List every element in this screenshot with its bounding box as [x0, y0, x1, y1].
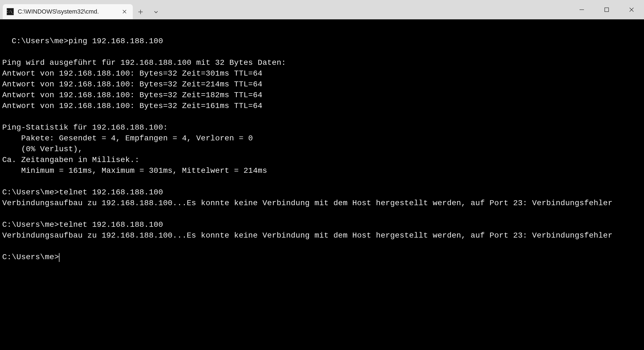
svg-rect-5: [605, 8, 609, 12]
tab-actions: [133, 0, 164, 19]
titlebar: C:\_ C:\WINDOWS\system32\cmd.: [0, 0, 644, 19]
window-controls: [569, 0, 644, 19]
cursor: [59, 253, 59, 262]
terminal-prompt: C:\Users\me>: [2, 253, 59, 261]
chevron-down-icon: [154, 9, 159, 14]
maximize-icon: [604, 7, 609, 12]
plus-icon: [138, 9, 143, 14]
cmd-icon: C:\_: [7, 8, 14, 15]
terminal-output[interactable]: C:\Users\me>ping 192.168.188.100 Ping wi…: [0, 19, 644, 350]
tab-dropdown-button[interactable]: [148, 4, 164, 19]
maximize-button[interactable]: [594, 3, 619, 17]
close-window-button[interactable]: [619, 3, 644, 17]
new-tab-button[interactable]: [133, 4, 148, 19]
tab-close-button[interactable]: [121, 8, 128, 16]
tab-active[interactable]: C:\_ C:\WINDOWS\system32\cmd.: [3, 4, 133, 19]
terminal-text: C:\Users\me>ping 192.168.188.100 Ping wi…: [2, 37, 612, 240]
close-icon: [629, 7, 634, 12]
tabs-area: C:\_ C:\WINDOWS\system32\cmd.: [0, 0, 164, 19]
minimize-icon: [579, 7, 584, 12]
close-icon: [122, 9, 127, 14]
minimize-button[interactable]: [569, 3, 594, 17]
tab-title: C:\WINDOWS\system32\cmd.: [18, 8, 117, 15]
